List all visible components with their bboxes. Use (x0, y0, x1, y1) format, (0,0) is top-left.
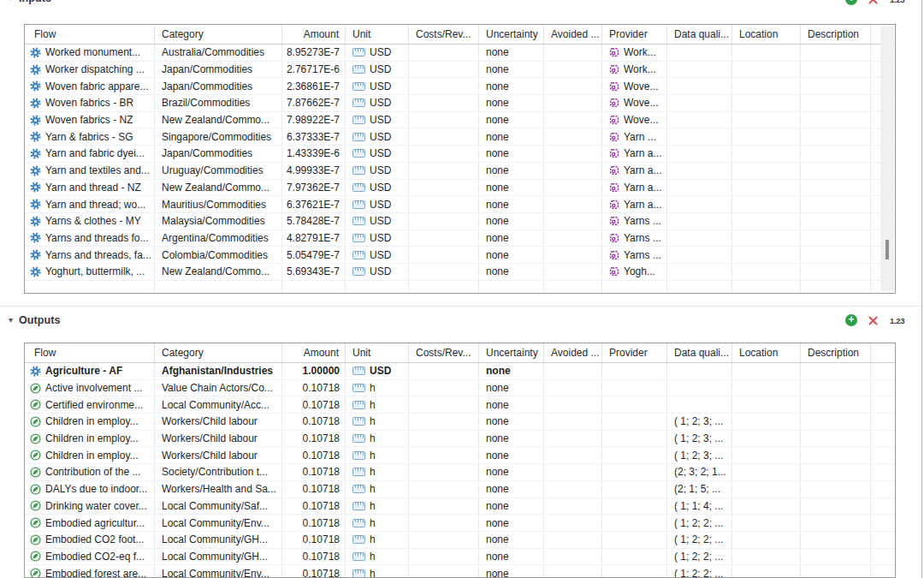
column-header-costs[interactable]: Costs/Rev... (409, 343, 479, 362)
cell-unit[interactable]: h (346, 380, 409, 396)
cell-flow[interactable]: Children in employ... (25, 414, 155, 430)
cell-data_quality[interactable] (667, 62, 732, 78)
cell-costs[interactable] (409, 163, 479, 179)
column-header-avoided[interactable]: Avoided ... (544, 343, 602, 362)
cell-costs[interactable] (409, 380, 479, 396)
cell-costs[interactable] (409, 431, 479, 447)
cell-description[interactable] (801, 447, 871, 463)
cell-category[interactable]: Singapore/Commodities (155, 128, 282, 145)
cell-provider[interactable]: Work... (602, 45, 667, 61)
cell-category[interactable]: Australia/Commodities (155, 45, 282, 61)
cell-amount[interactable]: 5.05479E-7 (282, 247, 346, 263)
cell-flow[interactable]: Yarn and thread - NZ (25, 180, 155, 196)
cell-uncertainty[interactable]: none (479, 45, 544, 61)
cell-description[interactable] (801, 247, 871, 263)
table-row[interactable]: Contribution of the ...Society/Contribut… (25, 464, 895, 481)
cell-description[interactable] (801, 62, 871, 78)
cell-avoided[interactable] (544, 396, 602, 413)
cell-provider[interactable]: Wove... (602, 95, 667, 111)
cell-avoided[interactable] (544, 464, 602, 480)
column-header-data_quality[interactable]: Data quali... (667, 343, 732, 362)
cell-flow[interactable]: Yoghurt, buttermilk, ... (25, 264, 155, 280)
column-header-flow[interactable]: Flow (25, 343, 155, 362)
cell-avoided[interactable] (544, 515, 602, 531)
cell-flow[interactable]: Children in employ... (25, 447, 155, 463)
cell-data_quality[interactable] (667, 128, 732, 145)
cell-unit[interactable]: USD (346, 363, 409, 379)
cell-amount[interactable]: 6.37621E-7 (282, 196, 346, 212)
cell-avoided[interactable] (544, 498, 602, 515)
cell-category[interactable]: Japan/Commodities (155, 78, 282, 94)
cell-category[interactable]: Uruguay/Commodities (155, 163, 282, 179)
table-row[interactable]: Woven fabric appare...Japan/Commodities2… (25, 78, 895, 95)
cell-provider[interactable] (602, 481, 667, 498)
table-row[interactable]: Embodied CO2-eq f...Local Community/GH..… (25, 549, 895, 566)
table-row[interactable]: Yarn & fabrics - SGSingapore/Commodities… (25, 128, 895, 146)
cell-amount[interactable]: 5.69343E-7 (282, 264, 346, 280)
cell-flow[interactable]: Yarns and threads fo... (25, 230, 155, 247)
cell-data_quality[interactable] (667, 230, 732, 247)
cell-uncertainty[interactable]: none (479, 264, 544, 280)
cell-uncertainty[interactable]: none (479, 196, 544, 212)
table-row[interactable]: Agriculture - AFAfghanistan/Industries1.… (25, 363, 895, 380)
cell-uncertainty[interactable]: none (479, 481, 544, 498)
cell-flow[interactable]: Embodied agricultur... (25, 515, 155, 531)
cell-avoided[interactable] (544, 247, 602, 263)
scrollbar-thumb[interactable] (886, 240, 889, 259)
cell-avoided[interactable] (544, 380, 602, 396)
cell-unit[interactable]: USD (346, 112, 409, 128)
cell-flow[interactable]: Children in employ... (25, 431, 155, 447)
cell-data_quality[interactable] (667, 45, 732, 61)
table-row[interactable]: Yarns and threads fo...Argentina/Commodi… (25, 230, 895, 247)
cell-description[interactable] (801, 163, 871, 179)
cell-location[interactable] (732, 196, 801, 212)
table-row[interactable]: Children in employ...Workers/Child labou… (25, 414, 895, 431)
column-header-location[interactable]: Location (732, 343, 801, 362)
cell-description[interactable] (801, 515, 871, 531)
cell-amount[interactable]: 0.10718 (282, 532, 346, 548)
cell-description[interactable] (801, 78, 871, 94)
table-row[interactable]: Yarn and thread; wo...Mauritius/Commodit… (25, 196, 895, 213)
cell-amount[interactable]: 0.10718 (282, 396, 346, 413)
cell-data_quality[interactable]: ( 1; 2; 2; ... (667, 565, 732, 578)
cell-costs[interactable] (409, 213, 479, 229)
cell-amount[interactable]: 0.10718 (282, 549, 346, 565)
cell-provider[interactable]: Work... (602, 62, 667, 78)
cell-provider[interactable]: Wove... (602, 112, 667, 128)
cell-description[interactable] (801, 213, 871, 229)
cell-uncertainty[interactable]: none (479, 112, 544, 128)
cell-location[interactable] (732, 532, 801, 548)
table-row[interactable]: Yarns & clothes - MYMalaysia/Commodities… (25, 213, 895, 230)
cell-data_quality[interactable]: ( 1; 2; 3; ... (667, 414, 732, 430)
cell-location[interactable] (732, 247, 801, 263)
column-header-category[interactable]: Category (155, 343, 282, 362)
cell-provider[interactable]: Yarn a... (602, 146, 667, 162)
table-row[interactable]: Certified environme...Local Community/Ac… (25, 396, 895, 414)
cell-provider[interactable] (602, 515, 667, 531)
cell-category[interactable]: New Zealand/Commo... (155, 180, 282, 196)
cell-data_quality[interactable] (667, 264, 732, 280)
cell-unit[interactable]: USD (346, 128, 409, 145)
cell-provider[interactable]: Yarn ... (602, 128, 667, 145)
cell-flow[interactable]: Woven fabrics - NZ (25, 112, 155, 128)
cell-provider[interactable]: Yarn a... (602, 196, 667, 212)
cell-amount[interactable]: 0.10718 (282, 481, 346, 498)
cell-amount[interactable]: 4.99933E-7 (282, 163, 346, 179)
cell-amount[interactable]: 7.87662E-7 (282, 95, 346, 111)
cell-location[interactable] (732, 363, 801, 379)
cell-costs[interactable] (409, 45, 479, 61)
cell-avoided[interactable] (544, 264, 602, 280)
cell-avoided[interactable] (544, 180, 602, 196)
table-row[interactable]: Worker dispatching ...Japan/Commodities2… (25, 62, 895, 79)
cell-amount[interactable]: 7.97362E-7 (282, 180, 346, 196)
cell-unit[interactable]: USD (346, 264, 409, 280)
cell-costs[interactable] (409, 363, 479, 379)
cell-costs[interactable] (409, 230, 479, 247)
cell-avoided[interactable] (544, 549, 602, 565)
cell-uncertainty[interactable]: none (479, 78, 544, 94)
cell-provider[interactable]: Yogh... (602, 264, 667, 280)
cell-flow[interactable]: Yarn and fabric dyei... (25, 146, 155, 162)
cell-costs[interactable] (409, 565, 479, 578)
cell-description[interactable] (801, 565, 871, 578)
cell-provider[interactable] (602, 549, 667, 565)
